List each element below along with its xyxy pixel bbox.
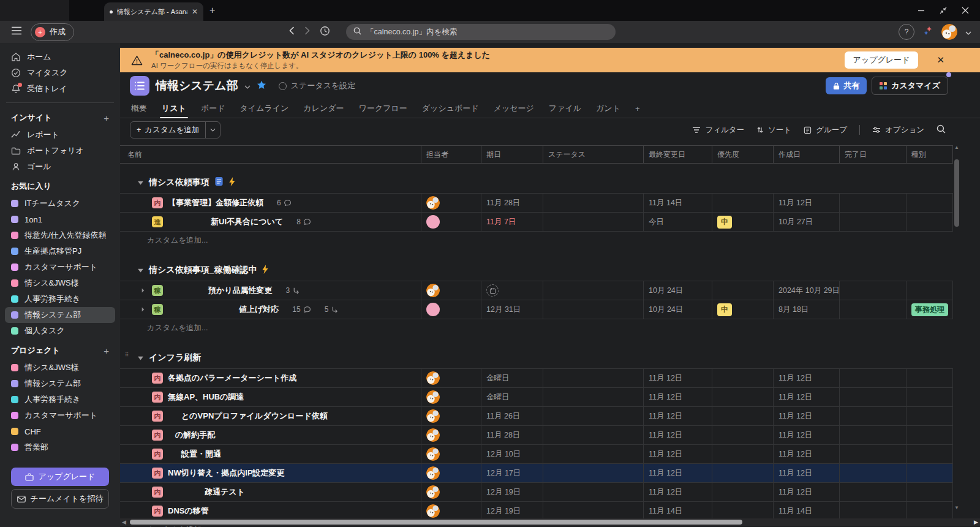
column-header[interactable]: 最終変更日 bbox=[644, 146, 712, 163]
sidebar-item-favorite[interactable]: 情シス&JWS様 bbox=[5, 275, 115, 291]
add-custom-button[interactable]: +カスタムを追加 bbox=[130, 121, 221, 138]
type-cell[interactable] bbox=[907, 213, 953, 231]
status-cell[interactable] bbox=[543, 281, 644, 300]
type-cell[interactable] bbox=[907, 502, 953, 520]
status-cell[interactable] bbox=[543, 407, 644, 425]
search-tasks-icon[interactable] bbox=[937, 124, 946, 135]
sidebar-item-favorite[interactable]: 情報システム部 bbox=[5, 307, 115, 323]
assignee-cell[interactable] bbox=[421, 194, 481, 212]
task-name-cell[interactable]: 稼預かり品属性変更3 bbox=[120, 281, 421, 300]
sidebar-item-favorite[interactable]: 得意先/仕入先登録依頼 bbox=[5, 227, 115, 243]
status-cell[interactable] bbox=[543, 445, 644, 463]
forward-icon[interactable] bbox=[304, 26, 310, 37]
assignee-cell[interactable] bbox=[421, 281, 481, 300]
sidebar-item-favorite[interactable]: 人事労務手続き bbox=[5, 291, 115, 307]
ai-sparkle-icon[interactable] bbox=[922, 25, 933, 39]
column-header[interactable]: 優先度 bbox=[712, 146, 774, 163]
task-name-cell[interactable]: 稼値上げ対応155 bbox=[120, 300, 421, 319]
task-name-cell[interactable]: 内無線AP、HUBの調達 bbox=[120, 388, 421, 406]
assignee-cell[interactable] bbox=[421, 300, 481, 319]
horizontal-scrollbar[interactable]: ◀ ▶ bbox=[120, 518, 980, 526]
task-row[interactable]: 稼値上げ対応15512月 31日10月 24日中8月 18日事務処理 bbox=[120, 300, 953, 319]
task-row[interactable]: 進新UI不具合について811月 7日今日中10月 27日 bbox=[120, 213, 953, 232]
type-cell[interactable] bbox=[907, 426, 953, 444]
task-name-cell[interactable]: 内DNSの移管 bbox=[120, 502, 421, 520]
search-input[interactable]: 「calneco.co.jp」内を検索 bbox=[346, 24, 616, 40]
assignee-cell[interactable] bbox=[421, 445, 481, 463]
priority-cell[interactable] bbox=[712, 388, 774, 406]
close-icon[interactable] bbox=[954, 0, 976, 21]
task-name-cell[interactable]: 内とのVPNプロファイルダウンロード依頼 bbox=[120, 407, 421, 425]
scroll-up-icon[interactable]: ▲ bbox=[954, 145, 959, 151]
sidebar-item-nav[interactable]: マイタスク bbox=[5, 65, 115, 81]
favorite-star-icon[interactable] bbox=[257, 80, 266, 92]
type-cell[interactable] bbox=[907, 464, 953, 482]
vertical-scrollbar[interactable]: ▲ ▼ bbox=[953, 145, 960, 527]
vertical-scroll-thumb[interactable] bbox=[954, 159, 959, 227]
drag-handle-icon[interactable]: ⠿ bbox=[125, 354, 130, 357]
history-clock-icon[interactable] bbox=[320, 26, 330, 39]
assignee-cell[interactable] bbox=[421, 213, 481, 231]
assignee-cell[interactable] bbox=[421, 369, 481, 387]
scroll-down-icon[interactable]: ▼ bbox=[954, 505, 959, 511]
user-avatar[interactable] bbox=[941, 24, 957, 40]
tab-close-icon[interactable]: ✕ bbox=[192, 8, 198, 15]
type-cell[interactable] bbox=[907, 194, 953, 212]
view-tab[interactable]: ボード bbox=[201, 99, 225, 118]
assignee-cell[interactable] bbox=[421, 502, 481, 520]
add-custom-row[interactable]: カスタムを追加... bbox=[120, 232, 980, 249]
due-date-cell[interactable]: 11月 28日 bbox=[481, 426, 543, 444]
type-cell[interactable] bbox=[907, 407, 953, 425]
task-name-cell[interactable]: 内設置・開通 bbox=[120, 445, 421, 463]
task-name-cell[interactable]: 内の解約手配 bbox=[120, 426, 421, 444]
column-header[interactable]: 完了日 bbox=[840, 146, 907, 163]
priority-cell[interactable] bbox=[712, 426, 774, 444]
due-date-cell[interactable]: 12月 19日 bbox=[481, 483, 543, 501]
priority-cell[interactable] bbox=[712, 281, 774, 300]
priority-cell[interactable] bbox=[712, 369, 774, 387]
banner-close-icon[interactable]: ✕ bbox=[937, 55, 944, 66]
status-cell[interactable] bbox=[543, 426, 644, 444]
status-cell[interactable] bbox=[543, 300, 644, 319]
task-name-cell[interactable]: 内【事業管理】金額修正依頼6 bbox=[120, 194, 421, 212]
due-date-cell[interactable]: 11月 7日 bbox=[481, 213, 543, 231]
back-icon[interactable] bbox=[289, 26, 295, 37]
sidebar-item-favorite[interactable]: 個人タスク bbox=[5, 323, 115, 339]
banner-upgrade-button[interactable]: アップグレード bbox=[845, 51, 919, 69]
priority-cell[interactable] bbox=[712, 502, 774, 520]
add-project-icon[interactable]: + bbox=[104, 346, 109, 356]
assignee-cell[interactable] bbox=[421, 483, 481, 501]
view-tab[interactable]: ダッシュボード bbox=[422, 99, 479, 118]
view-tab[interactable]: リスト bbox=[162, 99, 186, 118]
task-row[interactable]: 内NW切り替え・拠点内IP設定変更12月 17日11月 12日11月 12日 bbox=[120, 464, 953, 483]
horizontal-scroll-thumb[interactable] bbox=[130, 520, 742, 525]
task-row[interactable]: 内【事業管理】金額修正依頼611月 28日11月 14日11月 12日 bbox=[120, 193, 953, 213]
section-header[interactable]: 情シス依頼事項_稼働確認中 bbox=[120, 260, 980, 281]
status-cell[interactable] bbox=[543, 213, 644, 231]
assignee-cell[interactable] bbox=[421, 426, 481, 444]
due-date-cell[interactable]: 12月 19日 bbox=[481, 502, 543, 520]
due-date-cell[interactable]: 11月 26日 bbox=[481, 407, 543, 425]
view-tab[interactable]: ワークフロー bbox=[359, 99, 407, 118]
sidebar-item-favorite[interactable]: 生産拠点移管PJ bbox=[5, 243, 115, 259]
sidebar-item-favorite[interactable]: ITチームタスク bbox=[5, 195, 115, 211]
column-header[interactable]: 作成日 bbox=[774, 146, 840, 163]
add-custom-dropdown[interactable] bbox=[205, 122, 220, 138]
view-tab[interactable]: ファイル bbox=[549, 99, 581, 118]
task-row[interactable]: 稼預かり品属性変更310月 24日2024年 10月 29日 bbox=[120, 281, 953, 300]
sidebar-item-nav[interactable]: 受信トレイ bbox=[5, 81, 115, 97]
sidebar-item-project[interactable]: CHF bbox=[5, 423, 115, 439]
section-header[interactable]: ⠿インフラ刷新 bbox=[120, 347, 980, 368]
filter-button[interactable]: フィルター bbox=[692, 125, 744, 135]
sidebar-item-project[interactable]: カスタマーサポート bbox=[5, 408, 115, 423]
priority-cell[interactable]: 中 bbox=[712, 213, 774, 231]
sidebar-item-project[interactable]: 情報システム部 bbox=[5, 376, 115, 392]
sidebar-item-insight[interactable]: ポートフォリオ bbox=[5, 143, 115, 159]
add-insight-icon[interactable]: + bbox=[104, 113, 109, 123]
sort-button[interactable]: ソート bbox=[756, 125, 791, 135]
status-cell[interactable] bbox=[543, 483, 644, 501]
task-name-cell[interactable]: 内各拠点のパラーメーターシート作成 bbox=[120, 369, 421, 387]
collapse-arrow-icon[interactable] bbox=[137, 177, 144, 188]
column-header[interactable]: 種別 bbox=[907, 146, 953, 163]
view-tab[interactable]: + bbox=[635, 99, 640, 118]
